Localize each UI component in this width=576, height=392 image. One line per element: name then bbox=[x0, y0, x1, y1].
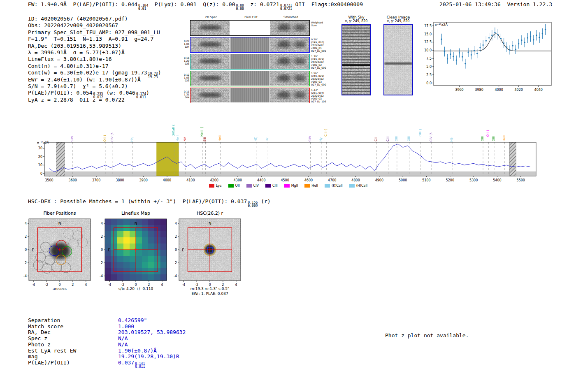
svg-text:0: 0 bbox=[58, 283, 60, 286]
svg-text:e⁻¹⁷x2Å: e⁻¹⁷x2Å bbox=[37, 141, 49, 144]
svg-text:3800: 3800 bbox=[116, 179, 124, 182]
legend-label: CIV bbox=[253, 184, 259, 188]
svg-text:30: 30 bbox=[38, 146, 42, 150]
svg-text:5200: 5200 bbox=[446, 179, 454, 182]
spec2d-row-cells bbox=[190, 37, 310, 53]
svg-text:0.0: 0.0 bbox=[426, 81, 432, 85]
svg-text:2: 2 bbox=[222, 283, 224, 286]
info-line: S/N = 7.9(±0.7) χ² = 5.6(±0.2) bbox=[28, 83, 161, 90]
info-line: F=1.9" T=0.151 N=1.13 A=0.91 g=24.7 bbox=[28, 36, 161, 42]
svg-text:3700: 3700 bbox=[92, 179, 100, 182]
spec2d-row-scale-labels: 0.161.29023 bbox=[184, 54, 190, 70]
legend-swatch bbox=[209, 184, 214, 188]
compass-east: E bbox=[182, 248, 184, 252]
emission-line-labels: SiIVOII {CIV (λHη(HKaII {He INVNeIII {Si… bbox=[36, 99, 540, 142]
legend-swatch bbox=[349, 184, 355, 188]
emission-line-label: OIII { bbox=[419, 128, 422, 137]
legend-swatch bbox=[304, 184, 310, 188]
spec2d-row: 0.271.050240.20"(249, 820)20220422v009_0… bbox=[184, 37, 332, 53]
match-table-label: Separation bbox=[28, 318, 118, 324]
clean-image bbox=[383, 24, 413, 95]
match-table-label: mag bbox=[28, 354, 118, 360]
spec2d-row-scale-labels bbox=[184, 20, 190, 36]
svg-text:4600: 4600 bbox=[304, 179, 313, 182]
pixel-flat-image bbox=[230, 54, 269, 69]
svg-text:-4: -4 bbox=[100, 274, 103, 278]
svg-text:0: 0 bbox=[25, 248, 27, 252]
legend-label: Lyα bbox=[216, 184, 222, 188]
svg-text:4: 4 bbox=[101, 222, 103, 225]
with-sky-coords: x, y: 249, 820 bbox=[339, 19, 374, 23]
zoom-spectrum-plot: 0.02.55.07.510.012.515.017.5396039804000… bbox=[416, 19, 554, 97]
legend-item: MgII bbox=[284, 184, 298, 188]
match-table-value: N/A bbox=[118, 342, 128, 348]
match-table-label: Spec z bbox=[28, 336, 118, 342]
spec2d-row-cells bbox=[190, 88, 310, 103]
spec2d-row-cells bbox=[190, 20, 310, 36]
info-line: ID: 4020020567 (4020020567.pdf) bbox=[28, 16, 161, 22]
clean-image-panel: Clean Image x, y: 249, 820 bbox=[381, 15, 416, 95]
compass-north: N bbox=[209, 221, 211, 225]
svg-text:3600: 3600 bbox=[69, 179, 77, 182]
pixel-flat-image bbox=[230, 21, 269, 35]
spec2d-column-headers: 2D Spec Pixel Flat Smoothed bbox=[184, 16, 332, 20]
spectrum-legend: LyαOIICIVCIIIMgIIHeII(K)CaII(H)CaII bbox=[36, 184, 540, 188]
info-line: Obs: 20220422v009_4020020567 bbox=[28, 22, 161, 29]
svg-text:-2: -2 bbox=[100, 261, 103, 265]
svg-text:5300: 5300 bbox=[469, 179, 478, 182]
info-line: P(LAE)/P(OII): 0.0540.2350.012 (w: 0.046… bbox=[28, 90, 161, 96]
svg-text:-4: -4 bbox=[32, 283, 35, 286]
svg-text:4900: 4900 bbox=[375, 179, 383, 182]
legend-swatch bbox=[284, 184, 290, 188]
match-table-row: Separation0.426599" bbox=[28, 318, 186, 324]
info-line: λ = 3996.91Å σ = 5.77(±3.07)Å bbox=[28, 49, 161, 56]
clean-image-coords: x, y: 249, 820 bbox=[381, 19, 416, 23]
elixer-report: EW: 1.9±0.9Å P(LAE)/P(OII): 0.0440.1840.… bbox=[0, 0, 576, 392]
legend-swatch bbox=[228, 184, 234, 188]
svg-text:4300: 4300 bbox=[234, 179, 242, 182]
spec2d-image bbox=[190, 37, 230, 52]
uncertainty-stack: 0.1560.009 bbox=[247, 201, 258, 207]
spec2d-row-scale-labels: 0.121.03023 bbox=[184, 71, 190, 86]
svg-text:7.5: 7.5 bbox=[426, 57, 432, 60]
spec2d-panel: 2D Spec Pixel Flat Smoothed WeightedSum0… bbox=[184, 16, 332, 104]
svg-text:3500: 3500 bbox=[45, 179, 53, 182]
svg-text:5400: 5400 bbox=[493, 179, 501, 182]
photz-note: Phot z plot not available. bbox=[385, 332, 469, 339]
spec2d-row-meta: 1.56"(249, 829)20220422v009_03027_LU_090 bbox=[310, 71, 332, 86]
uncertainty-stack: 0.000.00 bbox=[235, 4, 244, 10]
spec2d-image bbox=[190, 71, 230, 86]
spec2d-image bbox=[190, 88, 230, 102]
legend-label: OII bbox=[235, 184, 240, 188]
svg-text:3960: 3960 bbox=[455, 88, 463, 92]
info-line: EWr = 2.40(±1.10) (w: 1.90(±0.87))Å bbox=[28, 77, 161, 83]
col-header-pixelflat: Pixel Flat bbox=[244, 16, 257, 19]
info-line: Cont(w) = 6.30(±0.02)e-17 (gmag 19.7319.… bbox=[28, 70, 161, 76]
svg-text:-2: -2 bbox=[195, 283, 198, 286]
svg-text:10: 10 bbox=[38, 163, 42, 167]
svg-text:3900: 3900 bbox=[139, 179, 148, 182]
legend-swatch bbox=[265, 184, 271, 188]
match-table-value: 0.0370.1410.011 bbox=[118, 360, 145, 369]
svg-text:0: 0 bbox=[40, 172, 42, 176]
uncertainty-stack: 0.1740.011 bbox=[135, 93, 146, 99]
with-sky-panel: With Sky x, y: 249, 820 bbox=[339, 15, 374, 95]
match-table-value: 1.90(±0.87)Å bbox=[118, 348, 157, 354]
spec2d-row-meta: 1.39"(249, 829)20220422v009_02027_LU_090 bbox=[310, 54, 332, 70]
svg-text:4000: 4000 bbox=[163, 179, 171, 182]
match-table-row: RA, Dec203.019527, 53.989632 bbox=[28, 329, 186, 336]
with-sky-image bbox=[341, 24, 371, 95]
lineflux-map-xlabel: s/b: 4.20 +/- 0.110 bbox=[105, 287, 167, 291]
svg-text:-4: -4 bbox=[23, 274, 27, 278]
legend-label: (H)CaII bbox=[356, 184, 367, 188]
hsc-image-xlabel2: EWr: 1. PLAE: 0.037 bbox=[179, 292, 241, 296]
clean-image-title: Clean Image bbox=[381, 15, 416, 19]
info-line: Cont(n) = 4.80(±0.31)e-17 bbox=[28, 63, 161, 70]
svg-text:4: 4 bbox=[161, 283, 163, 286]
legend-label: CIII bbox=[272, 184, 278, 188]
lineflux-map-plot: N E -4-4-2-2002244 bbox=[93, 216, 173, 286]
header-timestamp: 2025-01-06 13:49:36 Version 1.22.3 bbox=[439, 1, 552, 7]
legend-item: HeII bbox=[304, 184, 318, 188]
svg-text:4040: 4040 bbox=[534, 88, 543, 92]
compass-east: E bbox=[32, 248, 34, 252]
